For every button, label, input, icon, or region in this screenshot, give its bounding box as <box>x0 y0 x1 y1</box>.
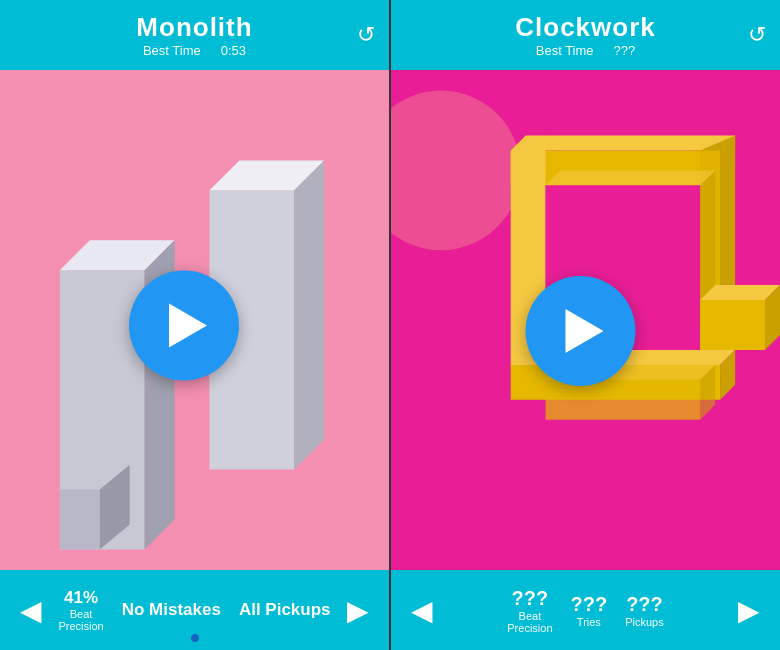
left-prev-button[interactable]: ◀ <box>12 594 50 627</box>
left-best-time: Best Time 0:53 <box>143 43 246 58</box>
right-stat-precision: ??? BeatPrecision <box>507 587 552 634</box>
left-stat-pickups-value: All Pickups <box>239 600 331 620</box>
left-stat-mistakes: No Mistakes <box>122 600 221 620</box>
right-game-area <box>391 70 780 570</box>
left-stat-precision-label: BeatPrecision <box>58 608 103 632</box>
right-stat-precision-value: ??? <box>512 587 549 610</box>
left-best-time-value: 0:53 <box>221 43 246 58</box>
right-stat-pickups-value: ??? <box>626 593 663 616</box>
svg-marker-22 <box>546 170 716 185</box>
right-stats: ??? BeatPrecision ??? Tries ??? Pickups <box>441 587 730 634</box>
svg-marker-7 <box>60 490 100 550</box>
right-play-icon <box>565 309 603 353</box>
svg-marker-28 <box>700 300 765 350</box>
right-play-button[interactable] <box>525 276 635 386</box>
left-stats: 41% BeatPrecision No Mistakes All Pickup… <box>50 588 339 632</box>
left-best-time-label: Best Time <box>143 43 201 58</box>
right-stat-pickups: ??? Pickups <box>625 593 664 628</box>
right-next-button[interactable]: ▶ <box>730 594 768 627</box>
right-panel: Clockwork Best Time ??? ↺ <box>391 0 780 650</box>
right-header: Clockwork Best Time ??? ↺ <box>391 0 780 70</box>
right-best-time: Best Time ??? <box>536 43 636 58</box>
right-stat-pickups-label: Pickups <box>625 616 664 628</box>
right-stat-tries-label: Tries <box>577 616 601 628</box>
left-stat-precision-value: 41% <box>64 588 98 608</box>
left-title: Monolith <box>136 12 252 43</box>
right-title: Clockwork <box>515 12 656 43</box>
left-play-button[interactable] <box>129 271 239 381</box>
left-stat-precision: 41% BeatPrecision <box>58 588 103 632</box>
left-footer: ◀ 41% BeatPrecision No Mistakes All Pick… <box>0 570 389 650</box>
left-panel: Monolith Best Time 0:53 ↺ <box>0 0 389 650</box>
left-header: Monolith Best Time 0:53 ↺ <box>0 0 389 70</box>
left-play-icon <box>169 304 207 348</box>
left-page-indicator <box>191 634 199 642</box>
left-stat-mistakes-value: No Mistakes <box>122 600 221 620</box>
right-best-time-value: ??? <box>614 43 636 58</box>
left-stat-pickups: All Pickups <box>239 600 331 620</box>
right-footer: ◀ ??? BeatPrecision ??? Tries ??? Pickup… <box>391 570 780 650</box>
right-prev-button[interactable]: ◀ <box>403 594 441 627</box>
left-restart-button[interactable]: ↺ <box>357 22 375 48</box>
svg-marker-25 <box>546 380 701 420</box>
right-restart-button[interactable]: ↺ <box>748 22 766 48</box>
right-stat-precision-label: BeatPrecision <box>507 610 552 634</box>
right-best-time-label: Best Time <box>536 43 594 58</box>
right-stat-tries-value: ??? <box>571 593 608 616</box>
left-next-button[interactable]: ▶ <box>339 594 377 627</box>
left-game-area <box>0 70 389 570</box>
panel-divider <box>389 0 391 650</box>
right-stat-tries: ??? Tries <box>571 593 608 628</box>
svg-marker-6 <box>294 160 324 469</box>
